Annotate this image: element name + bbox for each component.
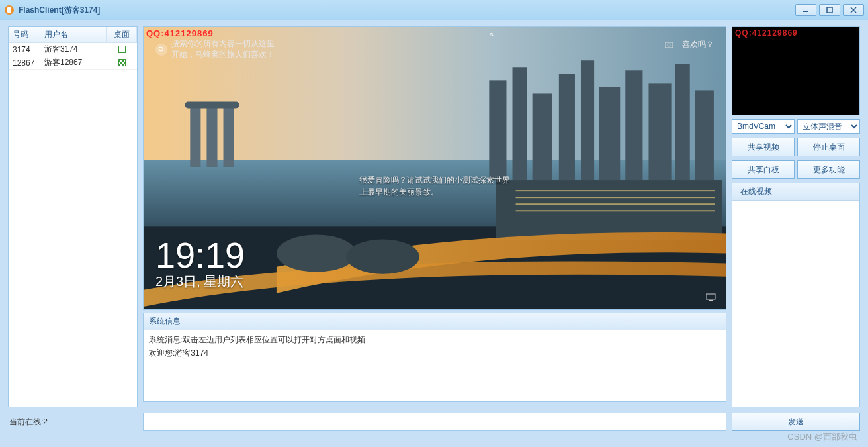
- online-status-count: 2: [43, 417, 48, 426]
- system-info-header: 系统信息: [144, 313, 726, 330]
- svg-rect-28: [516, 203, 715, 205]
- overlay-watermark: CSDN @西部秋虫: [787, 431, 857, 443]
- audio-select[interactable]: 立体声混音: [797, 119, 860, 134]
- svg-point-33: [668, 44, 670, 46]
- svg-rect-15: [533, 93, 552, 180]
- svg-rect-21: [675, 64, 690, 180]
- user-id: 12867: [9, 57, 40, 69]
- svg-point-25: [346, 239, 419, 273]
- send-button[interactable]: 发送: [732, 413, 860, 431]
- svg-rect-9: [190, 107, 200, 167]
- watermark-text: QQ:412129869: [146, 28, 214, 38]
- system-info-panel: 系统信息 系统消息:双击左边用户列表相应位置可以打开对方桌面和视频 欢迎您:游客…: [143, 313, 726, 402]
- user-list-panel: 号码 用户名 桌面 3174 游客3174 12867 游客12867: [8, 26, 138, 407]
- title-bar: FlashClient[游客3174]: [0, 0, 868, 20]
- close-button[interactable]: [843, 4, 864, 16]
- svg-rect-10: [206, 106, 217, 167]
- info-line: 欢迎您:游客3174: [149, 346, 720, 360]
- svg-rect-13: [489, 80, 506, 180]
- user-table-header: 号码 用户名 桌面: [9, 27, 137, 43]
- system-info-body: 系统消息:双击左边用户列表相应位置可以打开对方桌面和视频 欢迎您:游客3174: [144, 330, 726, 401]
- col-header-name[interactable]: 用户名: [40, 27, 107, 42]
- minimize-button[interactable]: [795, 4, 816, 16]
- col-header-desktop[interactable]: 桌面: [107, 27, 137, 42]
- lockscreen-top-right: 喜欢吗？: [665, 39, 714, 50]
- svg-rect-34: [706, 294, 715, 299]
- desktop-on-icon: [118, 59, 126, 66]
- camera-select[interactable]: BmdVCam: [732, 119, 795, 134]
- svg-point-24: [277, 234, 357, 272]
- lockscreen-like-label: 喜欢吗？: [682, 39, 714, 50]
- user-id: 3174: [9, 44, 40, 56]
- svg-rect-29: [516, 210, 715, 211]
- svg-rect-11: [224, 107, 234, 167]
- clock-date: 2月3日, 星期六: [155, 273, 245, 291]
- remote-desktop-view[interactable]: QQ:412129869 ↖ 搜索你的所有内容一切从这里开始，马蜂窝的旅人们喜欢…: [143, 26, 726, 310]
- online-status-label: 当前在线:: [9, 417, 43, 426]
- svg-rect-22: [695, 90, 714, 180]
- table-row[interactable]: 12867 游客12867: [9, 56, 137, 70]
- user-desktop-status: [107, 44, 137, 54]
- online-video-panel: 在线视频: [732, 183, 860, 407]
- search-icon: [155, 44, 167, 56]
- svg-rect-16: [559, 74, 575, 180]
- svg-rect-1: [7, 7, 11, 13]
- maximize-button[interactable]: [819, 4, 840, 16]
- cursor-icon: ↖: [490, 31, 495, 38]
- svg-point-30: [159, 47, 163, 51]
- online-video-header: 在线视频: [732, 183, 859, 201]
- user-desktop-status: [107, 58, 137, 68]
- svg-rect-32: [665, 42, 673, 48]
- svg-rect-3: [827, 7, 832, 13]
- app-icon: [4, 5, 15, 15]
- svg-line-31: [163, 50, 165, 52]
- svg-rect-19: [625, 70, 642, 180]
- svg-rect-12: [185, 102, 239, 109]
- window-title: FlashClient[游客3174]: [19, 5, 100, 16]
- user-name: 游客12867: [40, 56, 107, 70]
- lockscreen-clock: 19:19 2月3日, 星期六: [155, 237, 245, 291]
- desktop-off-icon: [118, 46, 126, 53]
- right-panel: QQ:412129869 BmdVCam 立体声混音 共享视频 停止桌面 共享白…: [732, 26, 860, 407]
- svg-rect-18: [599, 87, 620, 180]
- info-line: 系统消息:双击左边用户列表相应位置可以打开对方桌面和视频: [149, 333, 720, 346]
- share-whiteboard-button[interactable]: 共享白板: [732, 160, 795, 179]
- message-input[interactable]: [143, 413, 726, 431]
- svg-rect-20: [648, 83, 671, 180]
- lockscreen-caption: 很爱冒险吗？请试试我们的小测试探索世界 上最早期的美丽景致。: [359, 174, 510, 198]
- svg-rect-14: [513, 67, 527, 180]
- svg-rect-26: [516, 190, 715, 191]
- more-functions-button[interactable]: 更多功能: [797, 160, 860, 179]
- table-row[interactable]: 3174 游客3174: [9, 43, 137, 56]
- lockscreen-search-hint: 搜索你的所有内容一切从这里开始，马蜂窝的旅人们喜欢！: [171, 39, 277, 60]
- svg-rect-17: [581, 60, 594, 180]
- stop-desktop-button[interactable]: 停止桌面: [797, 138, 860, 156]
- center-panel: QQ:412129869 ↖ 搜索你的所有内容一切从这里开始，马蜂窝的旅人们喜欢…: [143, 26, 726, 407]
- col-header-id[interactable]: 号码: [9, 27, 40, 42]
- online-status: 当前在线:2: [8, 414, 138, 430]
- user-table-body: 3174 游客3174 12867 游客12867: [9, 43, 137, 407]
- svg-rect-27: [516, 197, 715, 198]
- bottom-bar: 当前在线:2 发送: [8, 413, 860, 431]
- window-controls: [795, 4, 868, 16]
- lockscreen-search: 搜索你的所有内容一切从这里开始，马蜂窝的旅人们喜欢！: [155, 39, 277, 60]
- local-video-thumbnail[interactable]: QQ:412129869: [732, 26, 860, 115]
- network-icon: [706, 293, 716, 303]
- user-name: 游客3174: [40, 43, 107, 56]
- camera-icon: [665, 40, 673, 50]
- clock-time: 19:19: [155, 237, 245, 273]
- watermark-text: QQ:412129869: [735, 28, 798, 38]
- share-video-button[interactable]: 共享视频: [732, 138, 795, 156]
